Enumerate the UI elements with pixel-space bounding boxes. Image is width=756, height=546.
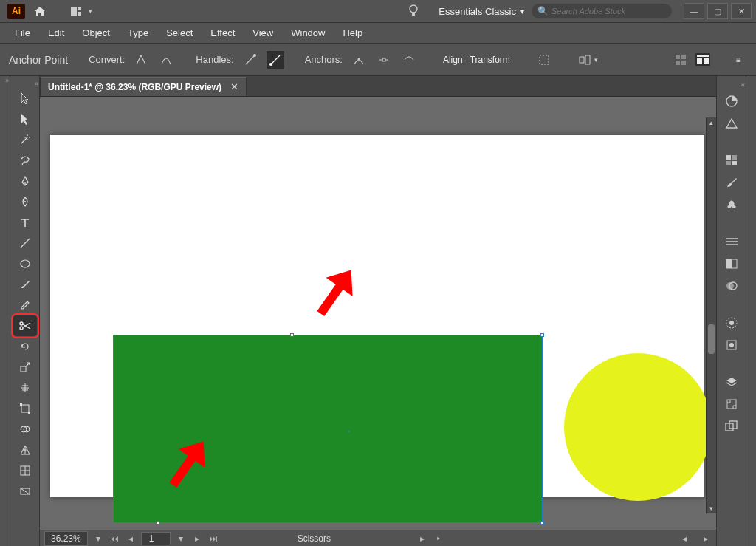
magic-wand-tool[interactable] xyxy=(13,129,37,150)
scrollbar-thumb[interactable] xyxy=(708,324,715,354)
menu-object[interactable]: Object xyxy=(75,24,117,41)
document-tab[interactable]: Untitled-1* @ 36.23% (RGB/GPU Preview) ✕ xyxy=(40,77,247,96)
handles-label: Handles: xyxy=(196,54,233,65)
search-adobe-stock[interactable]: 🔍 xyxy=(532,4,672,18)
next-artboard-button[interactable]: ▸ xyxy=(191,533,203,545)
arrange-documents-button[interactable]: ▾ xyxy=(66,1,96,21)
first-artboard-button[interactable]: ⏮ xyxy=(109,533,120,545)
asset-export-panel[interactable] xyxy=(720,394,743,414)
convert-smooth-button[interactable] xyxy=(157,51,175,69)
options-bar: Anchor Point Convert: Handles: Anchors: … xyxy=(0,44,756,76)
svg-rect-1 xyxy=(78,7,81,10)
pen-tool[interactable] xyxy=(13,171,37,191)
layers-panel[interactable] xyxy=(720,372,743,392)
align-link[interactable]: Align xyxy=(443,55,463,65)
rotate-tool[interactable] xyxy=(13,336,37,357)
center-point xyxy=(348,431,350,432)
curvature-tool[interactable] xyxy=(13,191,37,212)
maximize-button[interactable]: ▢ xyxy=(707,3,728,19)
svg-rect-15 xyxy=(681,61,686,65)
convert-corner-button[interactable] xyxy=(132,51,150,69)
collapse-tools-icon[interactable]: « xyxy=(10,79,39,88)
svg-rect-26 xyxy=(28,412,30,414)
svg-point-3 xyxy=(410,5,417,13)
menu-file[interactable]: File xyxy=(7,24,38,41)
canvas-viewport[interactable]: ▴ ▾ xyxy=(40,97,716,530)
scroll-down-icon[interactable]: ▾ xyxy=(706,505,716,512)
minimize-button[interactable]: — xyxy=(684,3,704,19)
scale-tool[interactable] xyxy=(13,357,37,378)
handles-show-button[interactable] xyxy=(241,51,259,69)
view-grid-button[interactable] xyxy=(673,53,688,66)
symbols-panel[interactable] xyxy=(720,194,743,215)
menu-window[interactable]: Window xyxy=(284,24,332,41)
collapse-right-icon[interactable]: « xyxy=(717,81,746,89)
paintbrush-tool[interactable] xyxy=(13,274,37,295)
menu-help[interactable]: Help xyxy=(335,24,370,41)
view-panel-button[interactable] xyxy=(695,53,710,66)
cut-path-button[interactable] xyxy=(400,51,418,69)
workspace-switcher[interactable]: Essentials Classic ▾ xyxy=(439,6,524,17)
artboards-panel[interactable] xyxy=(720,416,743,437)
align-to-button[interactable]: ▾ xyxy=(575,51,602,69)
shape-builder-tool[interactable] xyxy=(13,419,37,440)
artboard-chevron-icon[interactable]: ▾ xyxy=(175,533,187,545)
connect-anchor-button[interactable] xyxy=(375,51,393,69)
width-tool[interactable] xyxy=(13,378,37,398)
vertical-scrollbar[interactable] xyxy=(706,117,716,513)
zoom-chevron-icon[interactable]: ▾ xyxy=(92,533,104,545)
anchor-point[interactable] xyxy=(540,333,544,337)
color-panel[interactable] xyxy=(720,91,743,112)
color-guide-panel[interactable] xyxy=(720,113,743,134)
type-tool[interactable] xyxy=(13,212,37,233)
scroll-up-icon[interactable]: ▴ xyxy=(706,119,716,126)
swatches-panel[interactable] xyxy=(720,150,743,171)
mesh-tool[interactable] xyxy=(13,460,37,481)
ellipse-tool[interactable] xyxy=(13,253,37,274)
menu-select[interactable]: Select xyxy=(159,24,200,41)
transparency-panel[interactable] xyxy=(720,276,743,296)
scissors-tool[interactable] xyxy=(13,315,37,336)
menu-view[interactable]: View xyxy=(245,24,281,41)
handles-hide-button[interactable] xyxy=(267,51,284,69)
appearance-panel[interactable] xyxy=(720,313,743,333)
line-tool[interactable] xyxy=(13,233,37,253)
remove-anchor-button[interactable] xyxy=(350,51,368,69)
transform-link[interactable]: Transform xyxy=(470,55,510,65)
hscroll-right-icon[interactable]: ▸ xyxy=(700,533,712,545)
hscroll-left-icon[interactable]: ◂ xyxy=(678,533,690,545)
stroke-panel[interactable] xyxy=(720,231,743,252)
lasso-tool[interactable] xyxy=(13,150,37,171)
prev-artboard-button[interactable]: ◂ xyxy=(125,533,137,545)
close-tab-button[interactable]: ✕ xyxy=(230,81,238,92)
collapse-left-icon[interactable]: » xyxy=(0,76,10,85)
status-menu-icon[interactable]: ▸ xyxy=(433,533,444,545)
menu-type[interactable]: Type xyxy=(120,24,156,41)
direct-selection-tool[interactable] xyxy=(13,109,37,129)
search-input[interactable] xyxy=(551,7,666,16)
selection-tool[interactable] xyxy=(13,88,37,109)
close-window-button[interactable]: ✕ xyxy=(731,3,752,19)
anchor-point[interactable] xyxy=(156,521,159,525)
graphic-styles-panel[interactable] xyxy=(720,335,743,355)
menu-edit[interactable]: Edit xyxy=(41,24,72,41)
workspace-label: Essentials Classic xyxy=(439,6,516,17)
artboard-number[interactable]: 1 xyxy=(141,532,171,545)
zoom-level[interactable]: 36.23% xyxy=(44,531,88,546)
isolate-button[interactable] xyxy=(535,51,553,69)
perspective-grid-tool[interactable] xyxy=(13,440,37,460)
home-button[interactable] xyxy=(30,1,50,21)
yellow-circle-object[interactable] xyxy=(564,353,712,501)
free-transform-tool[interactable] xyxy=(13,398,37,419)
brushes-panel[interactable] xyxy=(720,172,743,193)
anchor-point[interactable] xyxy=(540,521,544,525)
anchor-point[interactable] xyxy=(290,333,294,337)
status-play-button[interactable]: ▸ xyxy=(416,533,428,545)
options-menu-button[interactable]: ≡ xyxy=(729,51,747,69)
help-bulb-button[interactable] xyxy=(403,1,424,21)
gradient-tool[interactable] xyxy=(13,481,37,502)
menu-effect[interactable]: Effect xyxy=(203,24,242,41)
gradient-panel[interactable] xyxy=(720,253,743,274)
last-artboard-button[interactable]: ⏭ xyxy=(207,533,219,545)
pencil-tool[interactable] xyxy=(13,295,37,315)
